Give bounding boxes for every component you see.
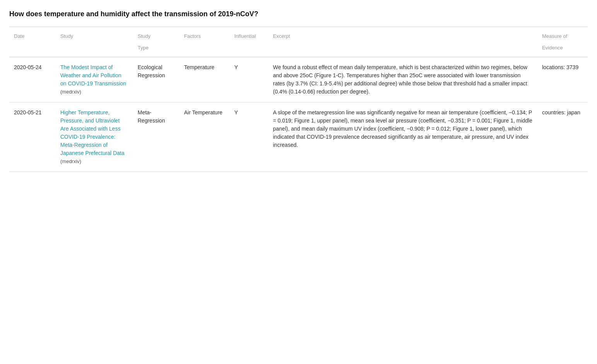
results-table: Date Study StudyType Factors Influential… [9, 27, 588, 172]
page-title: How does temperature and humidity affect… [9, 9, 588, 19]
col-header-influential: Influential [230, 27, 268, 57]
cell-date: 2020-05-21 [9, 102, 56, 172]
table-header-row: Date Study StudyType Factors Influential… [9, 27, 588, 57]
cell-excerpt: We found a robust effect of mean daily t… [268, 57, 537, 102]
cell-factors: Temperature [179, 57, 230, 102]
cell-excerpt: A slope of the metaregression line was s… [268, 102, 537, 172]
cell-factors: Air Temperature [179, 102, 230, 172]
cell-measure: locations: 3739 [537, 57, 588, 102]
col-header-study-type: StudyType [133, 27, 179, 57]
study-source: (medrxiv) [60, 89, 81, 95]
col-header-measure: Measure ofEvidence [537, 27, 588, 57]
cell-influential: Y [230, 102, 268, 172]
study-link[interactable]: Higher Temperature, Pressure, and Ultrav… [60, 109, 125, 156]
col-header-date: Date [9, 27, 56, 57]
cell-measure: countries: japan [537, 102, 588, 172]
cell-study-type: Meta-Regression [133, 102, 179, 172]
cell-study: Higher Temperature, Pressure, and Ultrav… [56, 102, 133, 172]
table-row: 2020-05-24The Modest Impact of Weather a… [9, 57, 588, 102]
col-header-factors: Factors [179, 27, 230, 57]
col-header-excerpt: Excerpt [268, 27, 537, 57]
cell-influential: Y [230, 57, 268, 102]
col-header-study: Study [56, 27, 133, 57]
study-link[interactable]: The Modest Impact of Weather and Air Pol… [60, 64, 126, 87]
cell-study: The Modest Impact of Weather and Air Pol… [56, 57, 133, 102]
cell-study-type: Ecological Regression [133, 57, 179, 102]
cell-date: 2020-05-24 [9, 57, 56, 102]
study-source: (medrxiv) [60, 158, 81, 164]
table-row: 2020-05-21Higher Temperature, Pressure, … [9, 102, 588, 172]
